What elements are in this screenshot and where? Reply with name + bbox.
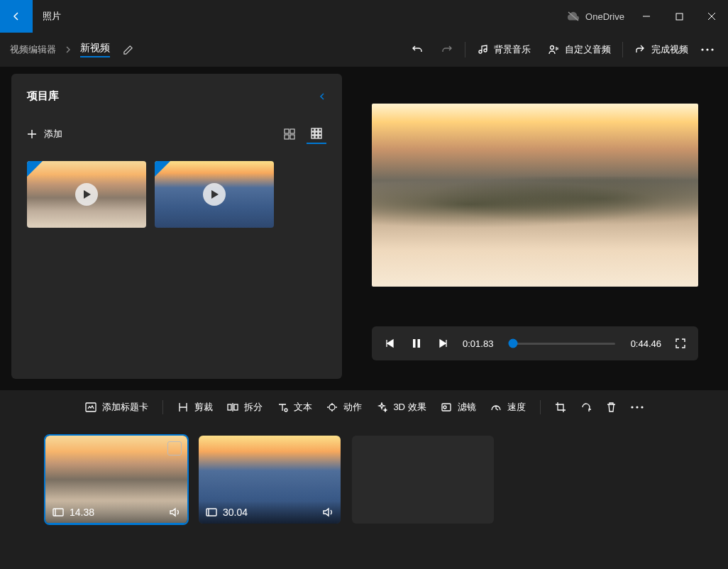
prev-frame-button[interactable] xyxy=(382,336,397,351)
timeline-clips[interactable]: 14.38 30.04 xyxy=(0,424,728,535)
cloud-off-icon xyxy=(567,11,580,21)
svg-rect-5 xyxy=(285,129,289,133)
sparkle-icon xyxy=(376,402,387,412)
custom-audio-label: 自定义音频 xyxy=(565,43,611,56)
grid-small-icon xyxy=(311,128,322,139)
clip-duration-icon xyxy=(206,507,217,517)
player-controls: 0:01.83 0:44.46 xyxy=(372,326,698,360)
used-marker-icon xyxy=(27,161,43,177)
back-button[interactable] xyxy=(0,0,33,33)
svg-point-1 xyxy=(551,46,554,50)
titlebar: 照片 OneDrive xyxy=(0,0,728,33)
svg-rect-30 xyxy=(53,509,63,516)
next-frame-button[interactable] xyxy=(436,336,451,351)
clip-audio-icon[interactable] xyxy=(322,507,333,517)
bg-music-label: 背景音乐 xyxy=(494,43,531,56)
rotate-icon xyxy=(580,402,592,413)
svg-point-4 xyxy=(711,48,713,50)
filter-icon xyxy=(441,402,452,412)
clip-audio-icon[interactable] xyxy=(169,507,180,517)
close-button[interactable] xyxy=(695,4,728,28)
filters-button[interactable]: 滤镜 xyxy=(434,394,483,420)
used-marker-icon xyxy=(155,161,170,177)
preview-frame[interactable] xyxy=(372,104,698,287)
svg-rect-11 xyxy=(319,128,321,131)
edit-title-button[interactable] xyxy=(123,45,133,55)
timeline-area: 添加标题卡 剪裁 拆分 文本 动作 3D 效果 滤镜 速度 xyxy=(0,390,728,569)
svg-rect-6 xyxy=(290,129,294,133)
motion-label: 动作 xyxy=(343,401,362,414)
svg-point-28 xyxy=(636,406,638,408)
svg-point-26 xyxy=(443,406,446,409)
delete-button[interactable] xyxy=(599,394,624,420)
title-card-icon xyxy=(85,402,96,412)
clip-checkbox[interactable] xyxy=(167,441,182,455)
add-media-button[interactable]: 添加 xyxy=(27,128,62,140)
grid-large-button[interactable] xyxy=(280,124,299,144)
trim-button[interactable]: 剪裁 xyxy=(170,394,220,420)
svg-rect-0 xyxy=(676,13,683,20)
breadcrumb-root[interactable]: 视频编辑器 xyxy=(10,43,56,56)
person-audio-icon xyxy=(548,44,559,55)
more-button[interactable] xyxy=(697,37,718,62)
seek-thumb[interactable] xyxy=(509,339,518,348)
svg-rect-12 xyxy=(311,132,314,135)
split-button[interactable]: 拆分 xyxy=(220,394,270,420)
svg-point-27 xyxy=(631,406,633,408)
svg-rect-21 xyxy=(228,404,231,410)
3d-effects-button[interactable]: 3D 效果 xyxy=(369,394,433,420)
svg-rect-31 xyxy=(206,509,216,516)
clip-duration-icon xyxy=(53,507,64,517)
maximize-button[interactable] xyxy=(663,4,695,28)
svg-rect-17 xyxy=(319,136,321,138)
minimize-button[interactable] xyxy=(630,4,663,28)
seek-slider[interactable] xyxy=(509,343,614,345)
onedrive-status[interactable]: OneDrive xyxy=(567,11,624,22)
timeline-clip-1[interactable]: 14.38 xyxy=(45,436,187,524)
svg-rect-22 xyxy=(234,404,238,410)
svg-rect-10 xyxy=(315,128,318,131)
timeline-clip-2[interactable]: 30.04 xyxy=(199,436,341,524)
svg-rect-16 xyxy=(315,136,318,138)
pause-button[interactable] xyxy=(409,336,424,351)
current-time: 0:01.83 xyxy=(463,338,493,349)
fullscreen-button[interactable] xyxy=(673,336,688,351)
motion-button[interactable]: 动作 xyxy=(319,394,369,420)
more-icon xyxy=(631,406,644,409)
redo-button[interactable] xyxy=(432,37,462,62)
title-card-button[interactable]: 添加标题卡 xyxy=(78,394,155,420)
svg-rect-18 xyxy=(413,339,416,348)
preview-pane: 0:01.83 0:44.46 xyxy=(353,74,717,379)
pencil-icon xyxy=(123,45,133,55)
split-icon xyxy=(227,402,238,412)
svg-point-2 xyxy=(701,48,703,50)
svg-rect-19 xyxy=(418,339,421,348)
library-thumb-1[interactable] xyxy=(27,161,146,228)
svg-rect-9 xyxy=(311,128,314,131)
library-thumb-2[interactable] xyxy=(155,161,274,228)
split-label: 拆分 xyxy=(244,401,263,414)
clip-duration: 30.04 xyxy=(223,507,248,518)
svg-rect-8 xyxy=(290,135,294,139)
total-time: 0:44.46 xyxy=(631,338,661,349)
text-button[interactable]: 文本 xyxy=(270,394,319,420)
svg-point-24 xyxy=(329,404,335,410)
crop-button[interactable] xyxy=(548,394,573,420)
grid-small-button[interactable] xyxy=(307,124,326,144)
breadcrumb-current[interactable]: 新视频 xyxy=(80,42,110,57)
breadcrumb: 视频编辑器 新视频 xyxy=(10,42,110,57)
trim-icon xyxy=(177,402,189,412)
timeline-more-button[interactable] xyxy=(624,394,650,420)
finish-video-label: 完成视频 xyxy=(651,43,688,56)
timeline-clip-placeholder[interactable] xyxy=(352,436,494,524)
rotate-button[interactable] xyxy=(573,394,599,420)
collapse-library-button[interactable] xyxy=(318,92,326,101)
custom-audio-button[interactable]: 自定义音频 xyxy=(539,37,619,62)
bg-music-button[interactable]: 背景音乐 xyxy=(468,37,539,62)
chevron-left-icon xyxy=(318,92,326,101)
finish-video-button[interactable]: 完成视频 xyxy=(626,37,697,62)
undo-button[interactable] xyxy=(402,37,432,62)
crop-icon xyxy=(555,402,566,413)
plus-icon xyxy=(27,129,37,139)
speed-button[interactable]: 速度 xyxy=(483,394,533,420)
